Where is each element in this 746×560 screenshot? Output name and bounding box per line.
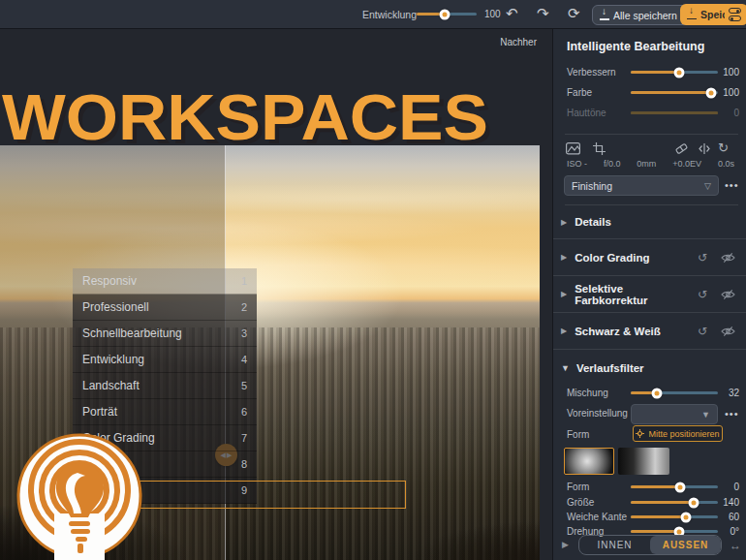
compare-icon[interactable] <box>698 142 711 155</box>
verbessern-slider[interactable] <box>631 71 718 74</box>
slider-row-hauttoene: Hauttöne 0 <box>553 106 746 121</box>
slider-value: 0 <box>714 108 739 118</box>
voreinstellung-dropdown[interactable]: ▼ <box>631 404 718 424</box>
tools-row: ↻ <box>553 140 746 161</box>
after-label: Nachher <box>500 37 537 47</box>
slider-row-weiche-kante: Weiche Kante 60 <box>553 510 746 525</box>
section-title: Verlaufsfilter <box>576 362 644 374</box>
innen-segment[interactable]: INNEN <box>579 536 650 554</box>
center-position-button[interactable]: Mitte positionieren <box>633 425 723 442</box>
history-icon[interactable]: ↻ <box>718 140 729 155</box>
divider <box>565 134 738 135</box>
center-position-label: Mitte positionieren <box>648 429 719 439</box>
workspace-item-landschaft[interactable]: Landschaft 5 <box>73 373 257 399</box>
crop-icon[interactable] <box>593 142 606 155</box>
workspace-label: Landschaft <box>82 379 140 392</box>
drehung-slider[interactable] <box>631 530 718 533</box>
slider-value: 100 <box>714 87 739 98</box>
section-schwarz-weiss[interactable]: ▶ Schwarz & Weiß ↺ <box>553 313 746 350</box>
workspace-label: Porträt <box>82 405 117 419</box>
chevron-down-icon: ▼ <box>561 363 570 373</box>
history-slider-value: 100 <box>484 9 501 19</box>
workspace-label: Entwicklung <box>82 353 144 366</box>
workspace-label: Responsiv <box>82 274 137 288</box>
farbe-slider[interactable] <box>631 91 718 94</box>
smart-edit-title: Intelligente Bearbeitung <box>567 40 704 53</box>
history-slider-label: Entwicklung <box>362 9 417 20</box>
eraser-icon[interactable] <box>674 142 689 155</box>
expand-triangle-icon[interactable]: ▶ <box>562 540 569 549</box>
reset-icon[interactable]: ↺ <box>698 251 707 264</box>
form-slider[interactable] <box>631 485 718 488</box>
headline-text: WORKSPACES <box>2 79 488 154</box>
visibility-off-icon[interactable] <box>721 326 735 337</box>
slider-value: 140 <box>714 497 739 508</box>
save-all-button[interactable]: Alle speichern <box>593 6 684 24</box>
workspace-label: Professionell <box>82 300 149 314</box>
section-color-grading[interactable]: ▶ Color Grading ↺ <box>553 239 746 276</box>
slider-row-verbessern: Verbessern 100 <box>553 65 746 80</box>
preset-dropdown[interactable]: Finishing ▽ <box>564 175 719 196</box>
section-title: Details <box>575 216 611 228</box>
exif-iso: ISO - <box>567 159 587 169</box>
edit-panel: Intelligente Bearbeitung Verbessern 100 … <box>552 29 746 560</box>
slider-row-mischung: Mischung 32 <box>553 386 746 401</box>
groesse-slider[interactable] <box>631 501 718 504</box>
section-selektive-farbkorrektur[interactable]: ▶ Selektive Farbkorrektur ↺ <box>553 276 746 313</box>
reset-icon[interactable]: ↺ <box>698 288 707 301</box>
workspace-shortcut: 8 <box>241 458 247 470</box>
voreinstellung-more-button[interactable]: ••• <box>725 408 739 420</box>
workspace-item-entwicklung[interactable]: Entwicklung 4 <box>73 347 257 373</box>
slider-label: Verbessern <box>567 67 616 78</box>
section-details[interactable]: ▶ Details <box>553 205 746 239</box>
workspace-item-portraet[interactable]: Porträt 6 <box>73 399 257 425</box>
voreinstellung-label: Voreinstellung <box>567 408 628 419</box>
workspace-item-responsiv[interactable]: Responsiv 1 <box>73 268 257 295</box>
chevron-right-icon: ▶ <box>561 327 567 335</box>
workspace-shortcut: 5 <box>241 380 247 391</box>
exif-aperture: f/0.0 <box>604 159 621 169</box>
slider-value: 0 <box>714 482 739 492</box>
horizontal-arrows-icon[interactable]: ↔ <box>730 539 741 552</box>
visibility-off-icon[interactable] <box>721 289 735 300</box>
download-icon <box>600 11 609 20</box>
workspace-shortcut: 4 <box>241 354 247 365</box>
preset-dropdown-value: Finishing <box>572 180 612 192</box>
preset-more-button[interactable]: ••• <box>725 179 739 191</box>
reset-icon[interactable]: ↺ <box>698 325 707 338</box>
download-icon <box>687 10 697 19</box>
workspace-label: Schnellbearbeitung <box>82 327 182 340</box>
exif-row: ISO - f/0.0 0mm +0.0EV 0.0s <box>567 159 734 169</box>
save-options-toggle[interactable] <box>725 4 746 25</box>
workspace-shortcut: 3 <box>241 327 247 339</box>
app-window: Entwicklung 100 ↶ ↷ ⟳ Alle speichern Spe… <box>0 0 746 560</box>
radial-gradient-thumbnail[interactable] <box>564 448 614 475</box>
histogram-icon[interactable] <box>566 142 580 155</box>
workspace-shortcut: 6 <box>241 406 247 418</box>
history-slider[interactable] <box>417 13 477 16</box>
hauttoene-slider-disabled <box>631 111 718 114</box>
mischung-slider[interactable] <box>631 391 718 394</box>
slider-value: 60 <box>714 512 739 522</box>
top-toolbar: Entwicklung 100 ↶ ↷ ⟳ Alle speichern Spe… <box>0 0 746 29</box>
slider-label: Farbe <box>567 87 592 98</box>
linear-gradient-thumbnail[interactable] <box>618 448 669 475</box>
weiche-kante-slider[interactable] <box>631 515 718 518</box>
reload-icon[interactable]: ⟳ <box>568 4 580 23</box>
undo-icon[interactable]: ↶ <box>506 4 518 23</box>
visibility-off-icon[interactable] <box>721 252 735 264</box>
slider-label: Form <box>567 482 589 492</box>
chevron-down-icon: ▼ <box>701 410 710 420</box>
redo-icon[interactable]: ↷ <box>537 4 549 23</box>
save-all-label: Alle speichern <box>613 10 677 21</box>
section-verlaufsfilter[interactable]: ▼ Verlaufsfilter <box>553 350 746 386</box>
workspace-item-professionell[interactable]: Professionell 2 <box>73 295 257 321</box>
section-title: Schwarz & Weiß <box>575 326 661 337</box>
slider-label: Mischung <box>567 388 608 398</box>
slider-label: Größe <box>567 497 594 508</box>
toggle-switches-icon <box>729 8 741 21</box>
workspace-item-schnellbearbeitung[interactable]: Schnellbearbeitung 3 <box>73 321 257 347</box>
aussen-segment[interactable]: AUSSEN <box>650 536 721 554</box>
section-title: Selektive Farbkorrektur <box>575 283 698 306</box>
section-title: Color Grading <box>575 252 649 264</box>
